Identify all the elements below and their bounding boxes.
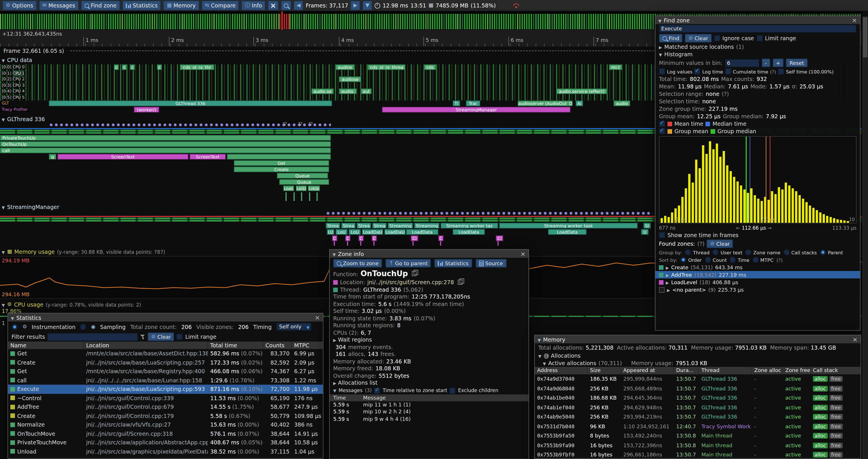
streaming-section-header[interactable]: StreamingManager bbox=[2, 204, 59, 210]
timeline-zone[interactable]: LoadData bbox=[453, 229, 485, 235]
column-header[interactable]: Total time bbox=[208, 341, 263, 349]
timeline-zone[interactable] bbox=[227, 154, 331, 160]
table-row[interactable]: Unload jni/../jni/src/claw/graphics/pixe… bbox=[8, 447, 323, 456]
timeline-zone[interactable]: audios bbox=[336, 64, 354, 70]
timeline-zone[interactable]: LoaU bbox=[283, 186, 294, 191]
message-marker-icon[interactable] bbox=[299, 120, 302, 126]
filter-input[interactable] bbox=[48, 333, 138, 341]
prev-frame-button[interactable]: ◀ bbox=[294, 1, 304, 10]
allocation-row[interactable]: 0x74ab9e5040 256 KB 293,994,219ns 13:50.… bbox=[535, 412, 861, 422]
find-limit-range-checkbox[interactable] bbox=[756, 35, 763, 41]
table-row[interactable]: ~Control jni/../jni/src/guif/Control.cpp… bbox=[8, 394, 323, 402]
timeline-zone[interactable] bbox=[334, 241, 335, 246]
log-time-checkbox[interactable] bbox=[694, 68, 701, 75]
column-header[interactable]: Zone free bbox=[783, 367, 811, 374]
timeline-zone[interactable]: Strea bbox=[326, 223, 340, 229]
options-button[interactable]: ⚙Options bbox=[2, 1, 36, 10]
timeline-zone[interactable]: c bbox=[157, 64, 162, 70]
allocation-row[interactable]: 0x7531d7b040 96 KB 1:10 234,952,161 12:4… bbox=[535, 422, 861, 431]
timeline-zone[interactable] bbox=[497, 241, 499, 246]
timeline-zone[interactable]: StreamingManager bbox=[382, 106, 570, 112]
memory-usage-section-header[interactable]: ▦ Memory usage (y-range: 30.88 KB, visib… bbox=[2, 249, 165, 255]
alloc-callstack-button[interactable]: alloc bbox=[813, 424, 828, 429]
timeline-zone[interactable]: Streaming bbox=[414, 223, 439, 229]
group-mean-checkbox[interactable] bbox=[659, 128, 665, 134]
memory-button[interactable]: ▦Memory bbox=[163, 1, 199, 10]
timeline-zone[interactable]: ScreenText bbox=[190, 154, 226, 160]
memory-titlebar[interactable]: Memory bbox=[535, 335, 861, 343]
group-by-radio[interactable]: Call stacks bbox=[783, 249, 817, 256]
timeline-zone[interactable]: LoU bbox=[336, 229, 347, 235]
zoom-to-zone-button[interactable]: Zoom to zone bbox=[333, 259, 382, 267]
timeline-zone[interactable]: C bbox=[359, 235, 364, 241]
timeline-zone[interactable] bbox=[347, 241, 348, 246]
column-header[interactable]: Address bbox=[535, 367, 588, 374]
column-header[interactable]: Size bbox=[588, 367, 621, 374]
found-zone-group[interactable]: LoadLevel (18) 406.88 µs bbox=[655, 278, 860, 286]
timeline-zone[interactable]: audio.se bbox=[311, 89, 334, 94]
next-frame-button[interactable]: ▶ bbox=[350, 1, 360, 10]
timeline-zone[interactable]: Queue bbox=[277, 173, 328, 178]
found-zone-group[interactable]: AddTree (18,542) 227.19 ms bbox=[655, 271, 860, 278]
last-frame-button[interactable]: ▼ bbox=[363, 1, 372, 10]
column-header[interactable]: Name bbox=[8, 341, 84, 349]
table-row[interactable]: OnTouchMove jni/../jni/src/guif/Screen.c… bbox=[8, 429, 323, 438]
wait-regions-toggle[interactable]: Wait regions bbox=[330, 336, 528, 343]
timeline-zone[interactable]: Create bbox=[234, 166, 329, 172]
timeline-zone[interactable]: Streaming bbox=[388, 223, 413, 229]
allocation-row[interactable]: 0x74ab1ef040 256 KB 294,629,948ns 13:50.… bbox=[535, 403, 861, 412]
free-callstack-button[interactable]: free bbox=[830, 376, 843, 382]
allocation-row[interactable]: 0x7553b9fbf0 16 bytes 296,661,186ns 13:5… bbox=[535, 450, 861, 459]
column-header[interactable]: Time bbox=[330, 394, 360, 401]
alloc-callstack-button[interactable]: alloc bbox=[813, 405, 828, 411]
timeline-zone[interactable]: LoadData bbox=[548, 229, 587, 235]
timeline-zone[interactable]: audio. bbox=[339, 89, 357, 94]
find-clear-button[interactable]: ⊘Clear bbox=[685, 34, 711, 42]
free-callstack-button[interactable]: free bbox=[830, 442, 843, 448]
group-by-radio[interactable]: Parent bbox=[820, 249, 843, 256]
timing-dropdown[interactable]: Self only bbox=[276, 323, 311, 331]
free-callstack-button[interactable]: free bbox=[830, 395, 843, 401]
timeline-zone[interactable] bbox=[301, 192, 302, 201]
timeline-zone[interactable]: aut bbox=[361, 89, 372, 94]
find-zone-search-input[interactable] bbox=[659, 25, 857, 33]
timeline-zone[interactable]: C bbox=[372, 235, 377, 241]
timeline-zone[interactable]: Queue bbox=[279, 179, 329, 185]
timeline-zone[interactable] bbox=[309, 192, 310, 201]
ignore-case-checkbox[interactable] bbox=[714, 35, 720, 41]
compare-button[interactable]: ⇆Compare bbox=[202, 1, 239, 10]
find-button[interactable]: Find bbox=[659, 34, 683, 42]
timeline-zone[interactable]: Ci bbox=[411, 235, 418, 241]
timeline-zone[interactable] bbox=[360, 241, 361, 246]
message-row[interactable]: 5.59 smip 9 w 4 h 4 (16) bbox=[330, 415, 528, 423]
statistics-titlebar[interactable]: Statistics bbox=[8, 314, 323, 322]
message-marker-icon[interactable] bbox=[309, 120, 312, 126]
find-zone-titlebar[interactable]: Find zone bbox=[655, 16, 860, 24]
sort-by-radio[interactable]: Count bbox=[705, 257, 727, 263]
timeline-zone[interactable]: Get bbox=[234, 160, 329, 166]
column-header[interactable]: Appeared at bbox=[621, 367, 674, 374]
column-header[interactable]: Call stack bbox=[811, 367, 861, 374]
min-bin-input[interactable] bbox=[725, 59, 759, 67]
allocation-row[interactable]: 0x7553b9fa90 16 bytes 153,722,396ns 13:5… bbox=[535, 440, 861, 450]
vertical-scrollbar[interactable] bbox=[862, 15, 868, 459]
mean-time-checkbox[interactable] bbox=[659, 121, 665, 127]
timeline-zone[interactable]: Streaming worker task bbox=[499, 223, 638, 229]
message-row[interactable]: 5.59 smip 10 w 2 h 2 (4) bbox=[330, 408, 528, 415]
column-header[interactable]: Zone alloc bbox=[752, 367, 783, 374]
instrumentation-radio[interactable] bbox=[11, 324, 18, 330]
group-by-radio[interactable]: Zone name bbox=[745, 249, 780, 256]
lock-markers[interactable] bbox=[49, 123, 331, 127]
timeline-zone[interactable]: cds_ol_rx_thr bbox=[180, 64, 214, 70]
timeline-zone[interactable] bbox=[440, 241, 441, 246]
timeline-zone[interactable]: Trac bbox=[466, 100, 480, 106]
goto-frame-button[interactable] bbox=[281, 1, 291, 10]
message-row[interactable]: 5.59 smip 11 w 1 h 1 (1) bbox=[330, 401, 528, 408]
allocation-row[interactable]: 0x7553b9fa50 8 bytes 153,492,240ns 13:50… bbox=[535, 431, 861, 440]
timeline-zone[interactable]: audiose bbox=[339, 76, 361, 82]
cpu-usage-section-header[interactable]: ⚙ CPU usage (y-range: 0.78%, visible dat… bbox=[2, 301, 141, 308]
timeline-zone[interactable]: c bbox=[122, 64, 127, 70]
tools-button[interactable] bbox=[268, 1, 279, 10]
messages-button[interactable]: ✉Messages bbox=[39, 1, 79, 10]
table-row[interactable]: call jni/../jni/../../../src/claw/base/L… bbox=[8, 376, 323, 385]
